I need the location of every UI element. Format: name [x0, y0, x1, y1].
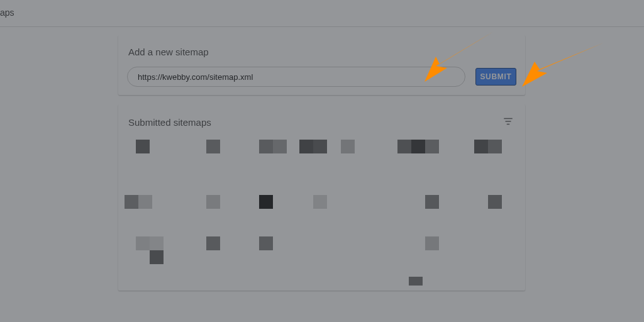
redacted-cell: [259, 140, 273, 153]
svg-rect-1: [506, 121, 511, 122]
svg-rect-0: [504, 118, 513, 119]
filter-icon[interactable]: [502, 116, 514, 127]
redacted-cell: [313, 140, 327, 153]
redacted-cell: [259, 195, 273, 209]
submitted-sitemaps-card: Submitted sitemaps: [118, 104, 525, 291]
redacted-cell: [259, 236, 273, 250]
redacted-cell: [150, 236, 164, 250]
redacted-cell: [397, 140, 411, 153]
redacted-cell: [425, 195, 439, 209]
redacted-cell: [136, 140, 150, 153]
redacted-cell: [138, 195, 152, 209]
add-sitemap-row: SUBMIT: [127, 67, 516, 87]
redacted-cell: [136, 236, 150, 250]
svg-rect-2: [507, 124, 510, 125]
redacted-cell: [409, 277, 423, 286]
submitted-sitemaps-body: [125, 140, 519, 284]
redacted-cell: [273, 140, 287, 153]
redacted-cell: [474, 140, 488, 153]
redacted-cell: [425, 236, 439, 250]
arrow-to-submit: [522, 43, 604, 89]
redacted-cell: [313, 195, 327, 209]
redacted-cell: [206, 236, 220, 250]
submit-button[interactable]: SUBMIT: [475, 68, 516, 86]
sitemap-url-input[interactable]: [127, 67, 465, 87]
redacted-cell: [206, 140, 220, 153]
redacted-cell: [206, 195, 220, 209]
redacted-cell: [488, 195, 502, 209]
redacted-cell: [425, 140, 439, 153]
header-fragment: aps: [0, 8, 14, 18]
add-sitemap-title: Add a new sitemap: [128, 47, 209, 57]
redacted-cell: [299, 140, 313, 153]
redacted-cell: [488, 140, 502, 153]
redacted-cell: [411, 140, 425, 153]
add-sitemap-card: Add a new sitemap SUBMIT: [118, 35, 525, 95]
submitted-sitemaps-title: Submitted sitemaps: [128, 117, 211, 128]
redacted-cell: [341, 140, 355, 153]
redacted-cell: [150, 250, 164, 264]
redacted-cell: [125, 195, 138, 209]
page-header: aps: [0, 0, 644, 27]
